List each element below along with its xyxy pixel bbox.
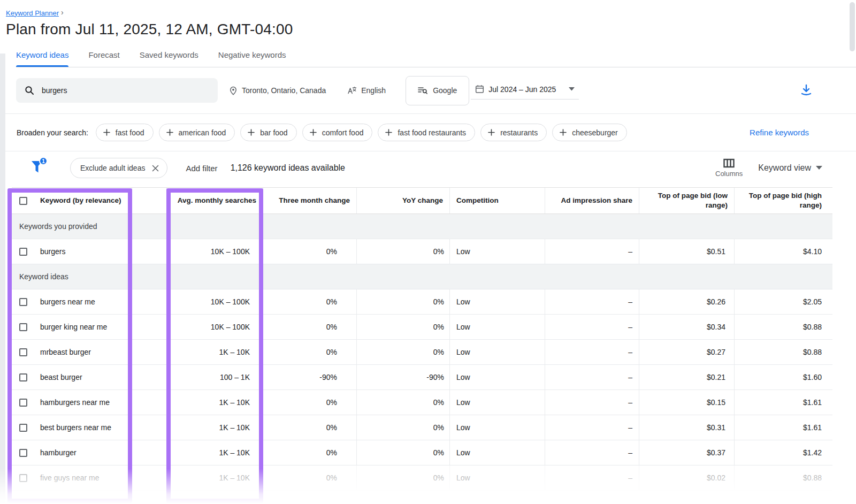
tab-negative-keywords[interactable]: Negative keywords <box>218 43 286 67</box>
date-range-selector[interactable]: Jul 2024 – Jun 2025 <box>471 81 579 100</box>
tab-forecast[interactable]: Forecast <box>88 43 119 67</box>
plus-icon <box>560 129 567 136</box>
view-selector[interactable]: Keyword view <box>758 163 822 173</box>
scrollbar-thumb[interactable] <box>850 2 855 51</box>
tab-keyword-ideas[interactable]: Keyword ideas <box>16 43 68 67</box>
active-filter-chip[interactable]: Exclude adult ideas <box>70 158 167 178</box>
select-all-checkbox[interactable] <box>19 197 27 205</box>
cell-top-bid-low: $0.31 <box>639 415 734 440</box>
location-pin-icon <box>229 86 238 95</box>
cell-avg-monthly-searches: 10K – 100K <box>166 315 263 339</box>
location-selector[interactable]: Toronto, Ontario, Canada <box>229 86 326 95</box>
row-checkbox[interactable] <box>19 348 27 356</box>
header-ad-impression-share[interactable]: Ad impression share <box>545 188 639 213</box>
spacer-cell <box>132 239 166 264</box>
broaden-chip-list: fast foodamerican foodbar foodcomfort fo… <box>96 124 627 141</box>
keyword-cell: best burgers near me <box>12 415 132 440</box>
header-keyword: Keyword (by relevance) <box>12 188 132 213</box>
refine-keywords-link[interactable]: Refine keywords <box>750 128 809 137</box>
language-selector[interactable]: English <box>347 86 386 95</box>
cell-competition: Low <box>449 340 545 364</box>
table-body: Keywords you providedburgers10K – 100K0%… <box>12 214 832 491</box>
chip-label: cheeseburger <box>572 128 618 137</box>
cell-top-bid-low: $0.27 <box>639 340 734 364</box>
broaden-chip-comfort-food[interactable]: comfort food <box>302 124 373 141</box>
cell-yoy-change: 0% <box>356 415 449 440</box>
row-checkbox[interactable] <box>19 298 27 306</box>
filter-button[interactable]: 1 <box>30 160 44 176</box>
broaden-chip-cheeseburger[interactable]: cheeseburger <box>552 124 627 141</box>
plus-icon <box>166 129 173 136</box>
spacer-cell <box>132 365 166 390</box>
view-label: Keyword view <box>758 163 811 173</box>
cell-yoy-change: 0% <box>356 390 449 415</box>
tab-saved-keywords[interactable]: Saved keywords <box>140 43 198 67</box>
close-icon[interactable] <box>152 165 159 172</box>
broaden-chip-fast-food[interactable]: fast food <box>96 124 154 141</box>
spacer-cell <box>132 315 166 339</box>
header-avg-monthly-searches[interactable]: Avg. monthly searches <box>166 188 263 213</box>
cell-competition: Low <box>449 390 545 415</box>
keyword-cell: hamburger <box>12 440 132 465</box>
cell-top-bid-low: $0.02 <box>639 465 734 490</box>
table-row: burgers near me10K – 100K0%0%Low–$0.26$2… <box>12 289 832 315</box>
row-checkbox[interactable] <box>19 399 27 407</box>
search-icon <box>25 86 34 95</box>
broaden-chip-fast-food-restaurants[interactable]: fast food restaurants <box>378 124 475 141</box>
header-three-month-change[interactable]: Three month change <box>263 188 356 213</box>
cell-top-bid-high: $1.60 <box>734 365 832 390</box>
cell-avg-monthly-searches: 1K – 10K <box>166 440 263 465</box>
cell-top-bid-high: $0.88 <box>734 465 832 490</box>
header-competition[interactable]: Competition <box>449 188 545 213</box>
table-section-row: Keywords you provided <box>12 214 832 239</box>
cell-ad-impression-share: – <box>545 315 639 339</box>
table-row: burgers10K – 100K0%0%Low–$0.51$4.10 <box>12 239 832 264</box>
plus-icon <box>488 129 495 136</box>
header-yoy-change[interactable]: YoY change <box>356 188 449 213</box>
keyword-label: mrbeast burger <box>40 348 91 356</box>
row-checkbox[interactable] <box>19 449 27 457</box>
calendar-icon <box>475 85 484 94</box>
broaden-chip-bar-food[interactable]: bar food <box>240 124 296 141</box>
download-button[interactable] <box>800 84 812 97</box>
broaden-chip-restaurants[interactable]: restaurants <box>480 124 547 141</box>
chevron-down-icon <box>816 166 822 170</box>
cell-avg-monthly-searches: 1K – 10K <box>166 390 263 415</box>
keyword-label: burgers near me <box>40 297 95 306</box>
header-top-bid-high[interactable]: Top of page bid (high range) <box>734 188 832 213</box>
network-selector[interactable]: Google <box>406 76 469 105</box>
cell-three-month-change: 0% <box>263 415 356 440</box>
row-checkbox[interactable] <box>19 474 27 482</box>
keyword-label: best burgers near me <box>40 423 111 432</box>
table-header-row: Keyword (by relevance) Avg. monthly sear… <box>12 187 832 214</box>
cell-yoy-change: 0% <box>356 239 449 264</box>
breadcrumb-link[interactable]: Keyword Planner <box>6 9 59 17</box>
columns-icon <box>723 158 735 168</box>
header-top-bid-low[interactable]: Top of page bid (low range) <box>639 188 734 213</box>
broaden-chip-american-food[interactable]: american food <box>159 124 235 141</box>
cell-top-bid-high: $0.88 <box>734 340 832 364</box>
cell-competition: Low <box>449 415 545 440</box>
cell-three-month-change: 0% <box>263 440 356 465</box>
add-filter-button[interactable]: Add filter <box>186 164 217 173</box>
download-icon <box>800 84 812 97</box>
keyword-label: five guys near me <box>40 474 100 482</box>
cell-avg-monthly-searches: 10K – 100K <box>166 239 263 264</box>
search-input[interactable]: burgers <box>16 78 218 103</box>
cell-top-bid-high: $4.10 <box>734 239 832 264</box>
cell-top-bid-low: $0.34 <box>639 315 734 339</box>
row-checkbox[interactable] <box>19 248 27 256</box>
cell-three-month-change: 0% <box>263 289 356 314</box>
row-checkbox[interactable] <box>19 373 27 381</box>
plus-icon <box>385 129 392 136</box>
cell-three-month-change: -90% <box>263 365 356 390</box>
row-checkbox[interactable] <box>19 323 27 331</box>
chip-label: fast food restaurants <box>398 128 466 137</box>
keyword-label: hamburger <box>40 448 77 457</box>
cell-ad-impression-share: – <box>545 365 639 390</box>
cell-competition: Low <box>449 365 545 390</box>
columns-button[interactable]: Columns <box>715 158 743 178</box>
row-checkbox[interactable] <box>19 424 27 432</box>
language-value: English <box>361 86 386 95</box>
spacer-cell <box>132 390 166 415</box>
